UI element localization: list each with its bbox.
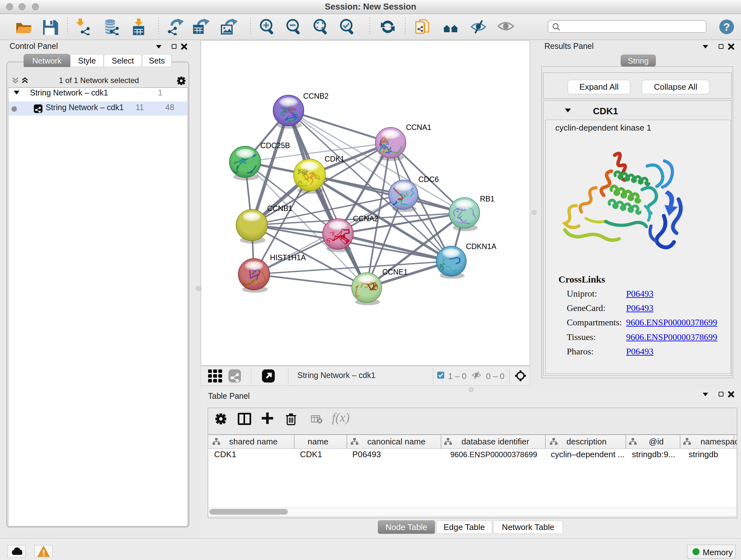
svg-text:CCNA1: CCNA1: [406, 123, 431, 132]
svg-text:CCNB1: CCNB1: [267, 204, 293, 212]
svg-text:CDKN1A: CDKN1A: [466, 242, 496, 251]
svg-text:RB1: RB1: [480, 195, 495, 203]
svg-text:CDK1: CDK1: [325, 155, 345, 163]
svg-text:CDC25B: CDC25B: [260, 141, 290, 150]
svg-text:CDC6: CDC6: [418, 175, 439, 184]
svg-text:HIST1H1A: HIST1H1A: [270, 253, 306, 262]
svg-text:CCNA2: CCNA2: [353, 214, 379, 223]
svg-text:CCNE1: CCNE1: [382, 268, 408, 276]
svg-text:CCNB2: CCNB2: [303, 92, 329, 100]
